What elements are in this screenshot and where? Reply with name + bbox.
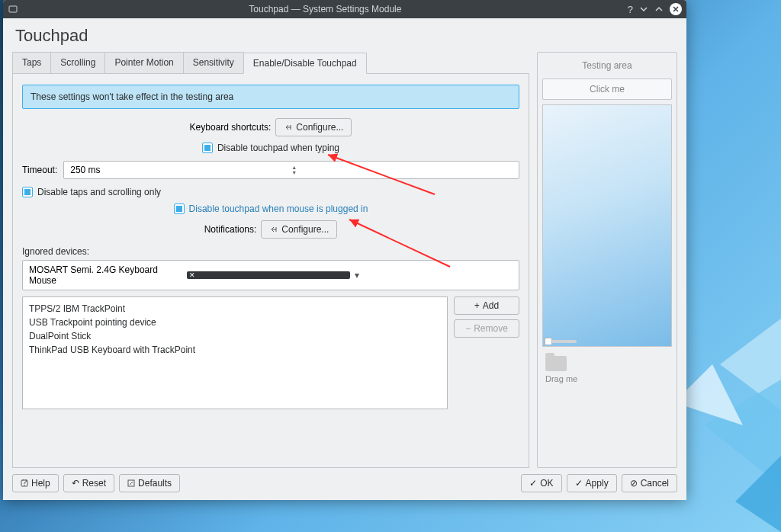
apply-label: Apply — [586, 478, 609, 489]
configure-notifications-label: Configure... — [281, 224, 329, 235]
page-title: Touchpad — [15, 26, 677, 46]
clear-icon[interactable]: ✕ — [187, 271, 349, 279]
tab-enable-disable[interactable]: Enable/Disable Touchpad — [243, 53, 367, 74]
window-title: Touchpad — System Settings Module — [23, 4, 628, 14]
undo-icon: ↶ — [72, 478, 79, 489]
defaults-button[interactable]: Defaults — [119, 474, 180, 492]
disable-typing-label: Disable touchpad when typing — [217, 143, 339, 153]
timeout-spinbox[interactable]: 250 ms ▲▼ — [63, 161, 519, 179]
disable-taps-checkbox[interactable] — [22, 187, 33, 197]
list-item[interactable]: DualPoint Stick — [29, 329, 441, 343]
testing-preview[interactable] — [542, 104, 672, 347]
configure-shortcuts-label: Configure... — [296, 122, 343, 133]
reset-label: Reset — [82, 478, 106, 489]
tab-taps[interactable]: Taps — [12, 52, 51, 73]
tab-bar: Taps Scrolling Pointer Motion Sensitivit… — [12, 52, 529, 74]
tab-pointer-motion[interactable]: Pointer Motion — [104, 52, 183, 73]
drag-me-label: Drag me — [545, 374, 669, 383]
defaults-icon — [127, 479, 135, 487]
drag-me-zone[interactable]: Drag me — [542, 351, 672, 463]
titlebar[interactable]: Touchpad — System Settings Module ? — [3, 0, 686, 18]
chevron-down-icon[interactable]: ▾ — [355, 270, 513, 280]
click-me-button[interactable]: Click me — [542, 79, 672, 100]
disable-mouse-checkbox[interactable] — [174, 204, 185, 214]
app-icon — [8, 4, 18, 14]
apply-button[interactable]: ✓ Apply — [567, 474, 617, 492]
timeout-label: Timeout: — [22, 165, 57, 175]
close-icon[interactable] — [670, 3, 682, 15]
ok-label: OK — [540, 478, 553, 489]
slider-thumb[interactable] — [545, 338, 552, 345]
maximize-icon[interactable] — [654, 5, 664, 14]
testing-area-title: Testing area — [542, 57, 672, 74]
notifications-label: Notifications: — [204, 224, 257, 235]
selected-device-text: MOSART Semi. 2.4G Keyboard Mouse — [29, 264, 187, 286]
ok-button[interactable]: ✓ OK — [521, 474, 561, 492]
timeout-value: 250 ms — [70, 165, 291, 175]
info-banner: These settings won't take effect in the … — [22, 85, 519, 109]
configure-notifications-button[interactable]: Configure... — [261, 220, 337, 239]
plus-icon: + — [474, 300, 480, 311]
ignored-devices-label: Ignored devices: — [22, 246, 519, 257]
device-list[interactable]: TPPS/2 IBM TrackPoint USB Trackpoint poi… — [22, 296, 448, 409]
disable-taps-label: Disable taps and scrolling only — [37, 187, 161, 197]
list-item[interactable]: TPPS/2 IBM TrackPoint — [29, 302, 441, 316]
configure-icon — [284, 123, 293, 132]
configure-icon — [269, 225, 278, 234]
defaults-label: Defaults — [138, 478, 172, 489]
button-footer: ? Help ↶ Reset Defaults ✓ OK ✓ Apply ⊘ — [12, 468, 677, 492]
cancel-icon: ⊘ — [630, 478, 638, 489]
check-icon: ✓ — [575, 478, 583, 489]
tab-sensitivity[interactable]: Sensitivity — [183, 52, 244, 73]
remove-device-button[interactable]: − Remove — [454, 319, 519, 338]
help-button[interactable]: ? Help — [12, 474, 59, 492]
list-item[interactable]: ThinkPad USB Keyboard with TrackPoint — [29, 343, 441, 357]
folder-icon[interactable] — [545, 356, 567, 371]
list-item[interactable]: USB Trackpoint pointing device — [29, 316, 441, 329]
remove-label: Remove — [474, 323, 508, 334]
disable-typing-checkbox[interactable] — [202, 143, 213, 153]
help-icon[interactable]: ? — [628, 4, 633, 15]
svg-rect-4 — [9, 6, 17, 12]
spin-arrows-icon[interactable]: ▲▼ — [291, 165, 513, 175]
configure-shortcuts-button[interactable]: Configure... — [275, 118, 352, 136]
cancel-button[interactable]: ⊘ Cancel — [622, 474, 677, 492]
cancel-label: Cancel — [641, 478, 669, 489]
svg-text:?: ? — [22, 479, 27, 487]
tab-panel: These settings won't take effect in the … — [12, 74, 529, 468]
testing-area-panel: Testing area Click me Drag me — [537, 52, 677, 468]
settings-window: Touchpad — System Settings Module ? Touc… — [3, 0, 686, 500]
minus-icon: − — [465, 323, 471, 334]
check-icon: ✓ — [529, 478, 537, 489]
minimize-icon[interactable] — [639, 5, 648, 14]
tab-scrolling[interactable]: Scrolling — [50, 52, 105, 73]
help-icon: ? — [21, 479, 28, 487]
disable-mouse-label: Disable touchpad when mouse is plugged i… — [189, 204, 368, 214]
add-device-button[interactable]: + Add — [454, 296, 519, 315]
keyboard-shortcuts-label: Keyboard shortcuts: — [190, 122, 272, 133]
help-label: Help — [31, 478, 50, 489]
add-label: Add — [483, 300, 499, 311]
reset-button[interactable]: ↶ Reset — [63, 474, 114, 492]
ignored-device-combo[interactable]: MOSART Semi. 2.4G Keyboard Mouse ✕ ▾ — [22, 260, 519, 290]
